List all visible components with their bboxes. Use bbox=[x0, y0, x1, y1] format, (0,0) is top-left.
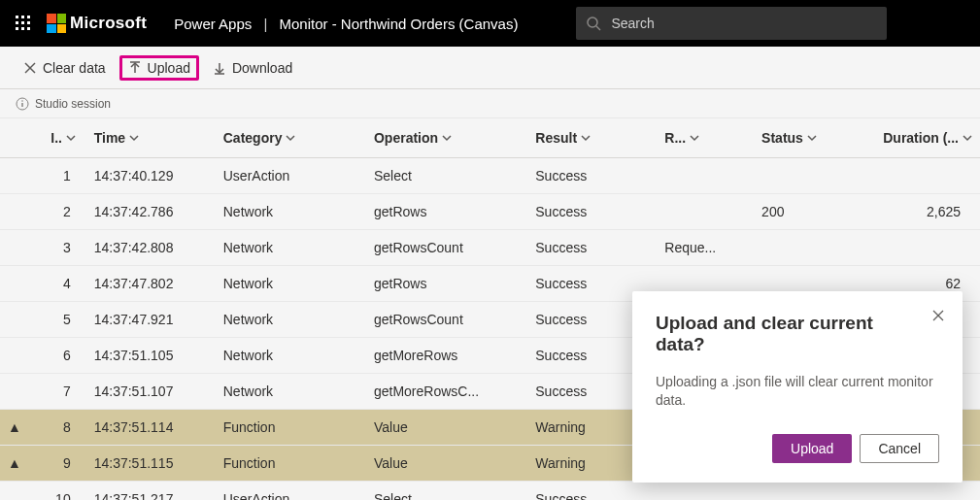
cell bbox=[657, 482, 754, 501]
cell: getRows bbox=[366, 194, 527, 230]
col-category[interactable]: Category bbox=[216, 118, 366, 158]
app-name[interactable]: Power Apps bbox=[174, 16, 252, 32]
cell: Network bbox=[216, 230, 366, 266]
modal-body: Uploading a .json file will clear curren… bbox=[656, 373, 939, 411]
modal-upload-button[interactable]: Upload bbox=[772, 434, 852, 463]
cell bbox=[0, 482, 43, 501]
cell bbox=[0, 266, 43, 302]
table-row[interactable]: 314:37:42.808NetworkgetRowsCountSuccessR… bbox=[0, 230, 980, 266]
chevron-down-icon bbox=[442, 133, 452, 143]
search-box[interactable] bbox=[576, 7, 887, 40]
cell: 1 bbox=[43, 158, 85, 194]
chevron-down-icon bbox=[581, 133, 591, 143]
command-bar: Clear data Upload Download bbox=[0, 47, 980, 89]
cell: Success bbox=[527, 194, 657, 230]
close-icon bbox=[931, 309, 945, 322]
cell: getRowsCount bbox=[366, 230, 527, 266]
cell: 14:37:51.107 bbox=[86, 374, 216, 410]
col-result[interactable]: Result bbox=[527, 118, 657, 158]
chevron-down-icon bbox=[129, 133, 139, 143]
cell bbox=[862, 230, 980, 266]
upload-button[interactable]: Upload bbox=[119, 55, 199, 81]
close-icon bbox=[23, 61, 37, 75]
svg-rect-5 bbox=[27, 21, 30, 24]
cell: Select bbox=[366, 482, 527, 501]
cell: Value bbox=[366, 410, 527, 446]
modal-cancel-button[interactable]: Cancel bbox=[860, 434, 939, 463]
cell: 8 bbox=[43, 410, 85, 446]
cell: 14:37:40.129 bbox=[86, 158, 216, 194]
page-name: Monitor - Northwind Orders (Canvas) bbox=[280, 16, 519, 32]
col-warn-icon[interactable] bbox=[0, 118, 43, 158]
modal-title: Upload and clear current data? bbox=[656, 313, 939, 355]
cell: Network bbox=[216, 266, 366, 302]
warning-icon: ▲ bbox=[8, 419, 21, 435]
cell: 2,625 bbox=[862, 194, 980, 230]
table-row[interactable]: 214:37:42.786NetworkgetRowsSuccess2002,6… bbox=[0, 194, 980, 230]
cell: 14:37:42.808 bbox=[86, 230, 216, 266]
svg-rect-6 bbox=[16, 27, 18, 30]
cell bbox=[754, 230, 862, 266]
chevron-down-icon bbox=[963, 133, 972, 143]
cell: 14:37:51.115 bbox=[86, 446, 216, 482]
clear-data-label: Clear data bbox=[43, 60, 106, 76]
search-icon bbox=[586, 16, 601, 31]
session-label: Studio session bbox=[35, 97, 111, 111]
cell: UserAction bbox=[216, 482, 366, 501]
svg-rect-4 bbox=[21, 21, 24, 24]
svg-rect-8 bbox=[27, 27, 30, 30]
svg-point-9 bbox=[588, 17, 597, 27]
cell: getMoreRowsC... bbox=[366, 374, 527, 410]
cell bbox=[0, 374, 43, 410]
col-operation[interactable]: Operation bbox=[366, 118, 527, 158]
cell: Function bbox=[216, 446, 366, 482]
col-result-info[interactable]: R... bbox=[657, 118, 754, 158]
cell bbox=[862, 482, 980, 501]
chevron-down-icon bbox=[690, 133, 699, 143]
modal-actions: Upload Cancel bbox=[656, 434, 939, 463]
cell: 4 bbox=[43, 266, 85, 302]
cell: 14:37:51.105 bbox=[86, 338, 216, 374]
col-id[interactable]: I.. bbox=[43, 118, 85, 158]
svg-line-10 bbox=[596, 26, 600, 30]
info-icon bbox=[16, 97, 29, 111]
top-header: Microsoft Power Apps | Monitor - Northwi… bbox=[0, 0, 980, 47]
cell bbox=[754, 482, 862, 501]
cell: getRowsCount bbox=[366, 302, 527, 338]
clear-data-button[interactable]: Clear data bbox=[16, 56, 114, 80]
cell: 9 bbox=[43, 446, 85, 482]
download-icon bbox=[213, 61, 226, 75]
cell bbox=[657, 158, 754, 194]
cell: 14:37:42.786 bbox=[86, 194, 216, 230]
cell: 200 bbox=[754, 194, 862, 230]
cell: Value bbox=[366, 446, 527, 482]
chevron-down-icon bbox=[807, 133, 817, 143]
col-status[interactable]: Status bbox=[754, 118, 862, 158]
download-button[interactable]: Download bbox=[205, 56, 300, 80]
cell: 14:37:51.217 bbox=[86, 482, 216, 501]
col-duration[interactable]: Duration (... bbox=[862, 118, 980, 158]
cell bbox=[862, 158, 980, 194]
microsoft-logo-icon bbox=[47, 14, 66, 33]
table-row[interactable]: 1014:37:51.217UserActionSelectSuccess bbox=[0, 482, 980, 501]
cell bbox=[657, 194, 754, 230]
app-launcher-icon[interactable] bbox=[8, 8, 39, 39]
modal-close-button[interactable] bbox=[931, 309, 945, 325]
svg-rect-0 bbox=[16, 16, 18, 18]
brand-label: Microsoft bbox=[70, 14, 147, 33]
cell: ▲ bbox=[0, 446, 43, 482]
cell: Function bbox=[216, 410, 366, 446]
table-row[interactable]: 114:37:40.129UserActionSelectSuccess bbox=[0, 158, 980, 194]
col-time[interactable]: Time bbox=[86, 118, 216, 158]
microsoft-logo[interactable]: Microsoft bbox=[47, 14, 147, 33]
cell: 5 bbox=[43, 302, 85, 338]
search-input[interactable] bbox=[611, 16, 877, 31]
cell: Network bbox=[216, 374, 366, 410]
chevron-down-icon bbox=[286, 133, 295, 143]
cell bbox=[0, 158, 43, 194]
cell: 3 bbox=[43, 230, 85, 266]
svg-point-19 bbox=[21, 100, 23, 102]
cell: Network bbox=[216, 302, 366, 338]
cell: Select bbox=[366, 158, 527, 194]
download-label: Download bbox=[232, 60, 292, 76]
